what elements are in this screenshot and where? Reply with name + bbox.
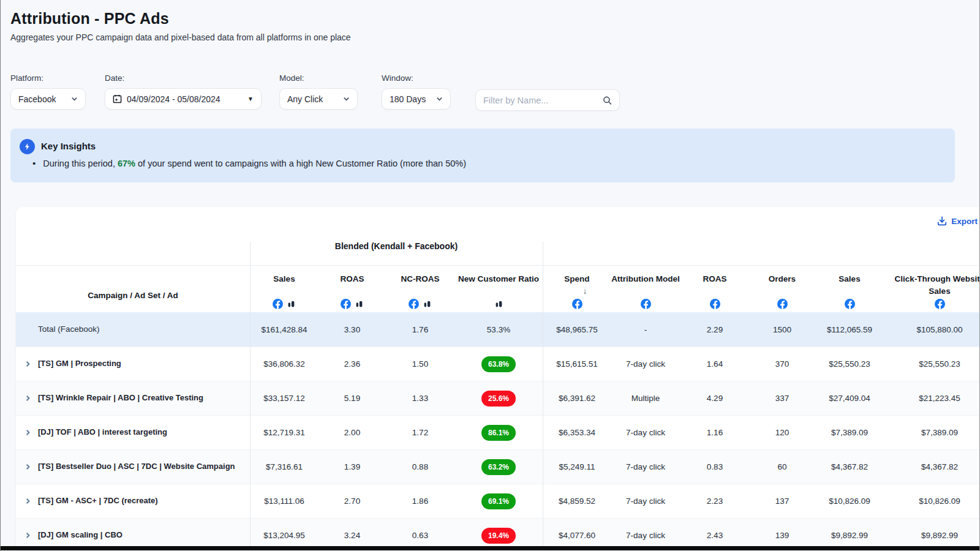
campaign-cell: [DJ] TOF | ABO | interest targeting xyxy=(16,427,250,438)
sort-desc-icon[interactable]: ↓ xyxy=(580,287,589,295)
table-row[interactable]: [TS] Wrinkle Repair | ABO | Creative Tes… xyxy=(16,381,980,415)
calendar-icon xyxy=(113,94,122,103)
attribution-table-card: Export Blended (Kendall + Facebook) Camp… xyxy=(16,207,980,547)
table-row[interactable]: [DJ] TOF | ABO | interest targeting$12,7… xyxy=(16,415,980,449)
column-header-new-customer-ratio[interactable]: New Customer Ratio xyxy=(454,265,543,312)
column-header-spend[interactable]: Spend↓ xyxy=(543,265,611,312)
platform-filter: Platform: Facebook xyxy=(10,73,86,110)
key-insights-banner: Key Insights •During this period, 67% of… xyxy=(10,129,955,182)
insight-highlight: 67% xyxy=(118,159,135,168)
platform-filter-label: Platform: xyxy=(10,73,86,83)
cell-orders: 60 xyxy=(750,462,815,471)
export-label: Export xyxy=(951,217,978,226)
chevron-down-icon xyxy=(343,96,350,102)
name-filter xyxy=(475,89,620,111)
date-range-select[interactable]: 04/09/2024 - 05/08/2024 ▼ xyxy=(105,88,262,110)
cell-roas: 4.29 xyxy=(680,394,750,403)
kendall-icon xyxy=(355,299,364,311)
campaign-cell: [DJ] GM scaling | CBO xyxy=(16,530,250,541)
campaign-name: [TS] GM - ASC+ | 7DC (recreate) xyxy=(38,495,158,507)
cell-attribution-model: 7-day click xyxy=(611,462,680,471)
expand-chevron-icon[interactable] xyxy=(24,463,38,470)
cell-roas: 3.30 xyxy=(318,325,386,334)
cell-roas: 0.83 xyxy=(680,462,750,471)
facebook-icon xyxy=(710,299,720,312)
campaign-cell: [TS] Wrinkle Repair | ABO | Creative Tes… xyxy=(16,392,250,404)
date-range-value: 04/09/2024 - 05/08/2024 xyxy=(127,94,241,104)
facebook-icon xyxy=(273,299,283,312)
window-bottom-border xyxy=(1,546,979,550)
column-header-attribution-model[interactable]: Attribution Model xyxy=(611,265,680,312)
cell-attribution-model: Multiple xyxy=(611,394,680,403)
ncr-badge: 63.2% xyxy=(481,459,516,475)
column-header-orders[interactable]: Orders xyxy=(750,265,815,312)
facebook-icon xyxy=(935,299,945,312)
cell-spend: $6,353.34 xyxy=(543,428,611,437)
cell-sales: $13,111.06 xyxy=(250,497,318,506)
search-icon xyxy=(603,96,612,105)
cell-new-customer-ratio: 25.6% xyxy=(454,391,543,407)
total-row: Total (Facebook)$161,428.843.301.7653.3%… xyxy=(16,312,980,347)
page-subtitle: Aggregates your PPC campaign data and pi… xyxy=(10,32,351,42)
export-button[interactable]: Export xyxy=(937,216,978,226)
cell-sales: $161,428.84 xyxy=(250,325,318,334)
cell-attribution-model: 7-day click xyxy=(611,531,680,540)
dropdown-arrow-icon: ▼ xyxy=(247,96,254,102)
cell-nc-roas: 1.50 xyxy=(386,359,454,369)
cell-roas: 5.19 xyxy=(318,394,386,403)
cell-orders: 120 xyxy=(750,428,815,437)
expand-chevron-icon[interactable] xyxy=(24,532,38,539)
column-header-roas[interactable]: ROAS xyxy=(318,265,386,312)
column-header-sales[interactable]: Sales xyxy=(815,265,884,312)
campaign-cell: [TS] GM | Prospecting xyxy=(16,358,250,370)
column-header-nc-roas[interactable]: NC-ROAS xyxy=(386,265,454,312)
ncr-badge: 69.1% xyxy=(481,493,516,509)
cell-sales: $27,409.04 xyxy=(815,394,884,403)
cell-roas: 2.43 xyxy=(680,531,750,540)
cell-click-through-website-sales: $21,223.45 xyxy=(884,394,980,403)
cell-new-customer-ratio: 69.1% xyxy=(454,493,543,509)
campaign-cell: [TS] GM - ASC+ | 7DC (recreate) xyxy=(16,495,250,507)
campaign-cell: Total (Facebook) xyxy=(16,323,250,335)
table-row[interactable]: [TS] GM | Prospecting$36,806.322.361.506… xyxy=(16,347,980,381)
lightning-icon xyxy=(20,139,35,154)
column-header-click-through-website-sales[interactable]: Click-Through Website Sales xyxy=(884,265,980,312)
table-row[interactable]: [TS] Bestseller Duo | ASC | 7DC | Websit… xyxy=(16,449,980,484)
table-row[interactable]: [DJ] GM scaling | CBO$13,204.953.240.631… xyxy=(16,518,980,547)
campaign-column-header: Campaign / Ad Set / Ad xyxy=(16,265,250,312)
date-filter: Date: 04/09/2024 - 05/08/2024 ▼ xyxy=(105,73,262,110)
cell-orders: 337 xyxy=(750,394,815,403)
cell-roas: 2.70 xyxy=(318,497,386,506)
cell-new-customer-ratio: 19.4% xyxy=(454,528,543,544)
column-header-sales[interactable]: Sales xyxy=(250,265,318,312)
column-header-roas[interactable]: ROAS xyxy=(680,265,750,312)
facebook-icon xyxy=(409,299,419,312)
cell-nc-roas: 0.88 xyxy=(386,462,454,471)
table-row[interactable]: [TS] GM - ASC+ | 7DC (recreate)$13,111.0… xyxy=(16,484,980,518)
model-filter: Model: Any Click xyxy=(279,73,358,110)
ncr-badge: 86.1% xyxy=(481,425,516,441)
cell-sales: $25,550.23 xyxy=(815,359,884,369)
bullet-icon: • xyxy=(32,158,36,168)
download-icon xyxy=(937,216,947,226)
expand-chevron-icon[interactable] xyxy=(24,361,38,367)
platform-select[interactable]: Facebook xyxy=(10,88,86,110)
search-input[interactable] xyxy=(483,96,598,105)
page-title: Attribution - PPC Ads xyxy=(10,10,169,28)
cell-sales: $13,204.95 xyxy=(250,531,318,540)
cell-click-through-website-sales: $4,367.82 xyxy=(884,462,980,471)
facebook-icon xyxy=(341,299,351,312)
expand-chevron-icon[interactable] xyxy=(24,429,38,436)
expand-chevron-icon[interactable] xyxy=(24,395,38,402)
expand-chevron-icon[interactable] xyxy=(24,498,38,504)
column-divider xyxy=(250,242,251,547)
cell-click-through-website-sales: $10,826.09 xyxy=(884,497,980,506)
facebook-icon xyxy=(641,299,651,312)
cell-spend: $15,615.51 xyxy=(543,359,611,369)
window-select[interactable]: 180 Days xyxy=(382,88,451,110)
cell-sales: $36,806.32 xyxy=(250,359,318,369)
cell-sales: $7,389.09 xyxy=(815,428,884,437)
model-select[interactable]: Any Click xyxy=(279,88,358,110)
window-select-value: 180 Days xyxy=(390,94,431,104)
key-insight-item: •During this period, 67% of your spend w… xyxy=(32,158,466,168)
